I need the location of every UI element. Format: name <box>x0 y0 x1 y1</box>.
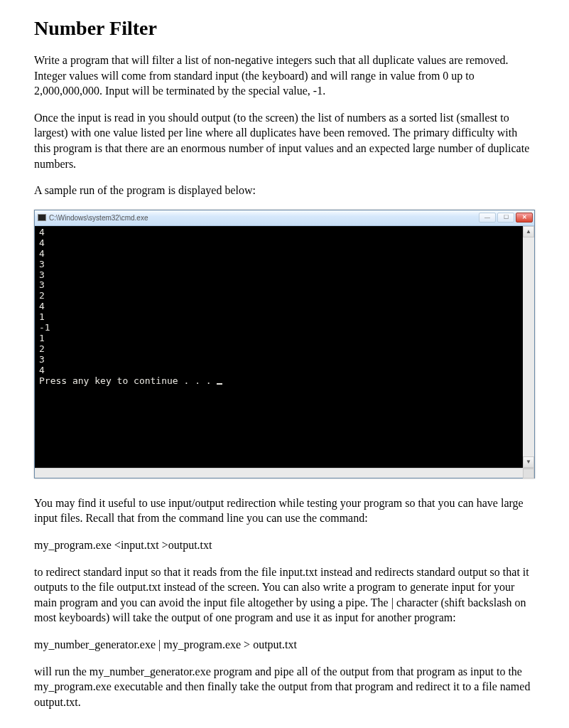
terminal-scrollbar[interactable]: ▲ ▼ <box>523 226 534 468</box>
terminal-line: 4 <box>39 301 45 311</box>
scroll-track[interactable] <box>523 237 534 456</box>
intro-paragraph-1: Write a program that will filter a list … <box>34 53 535 99</box>
terminal-app-icon <box>38 214 46 221</box>
terminal-bottom-scrollbar[interactable] <box>35 468 534 478</box>
terminal-line: 4 <box>39 248 45 259</box>
terminal-line: 4 <box>39 365 45 375</box>
terminal-line: Press any key to continue . . . <box>39 375 217 386</box>
intro-paragraph-2: Once the input is read in you should out… <box>34 110 535 171</box>
terminal-line: 3 <box>39 354 45 365</box>
terminal-title-bar: C:\Windows\system32\cmd.exe — ☐ ✕ <box>35 210 534 226</box>
close-button[interactable]: ✕ <box>516 213 533 223</box>
terminal-line: 2 <box>39 343 45 354</box>
page-title: Number Filter <box>34 17 535 40</box>
pipe-paragraph: to redirect standard input so that it re… <box>34 564 535 626</box>
terminal-body: 4 4 4 3 3 3 2 4 1 -1 1 2 3 4 Press any k… <box>35 226 523 468</box>
resize-grip[interactable] <box>523 469 534 478</box>
terminal-line: 3 <box>39 269 45 280</box>
terminal-line: 2 <box>39 290 45 301</box>
window-controls: — ☐ ✕ <box>479 213 533 223</box>
terminal-line: 4 <box>39 227 45 237</box>
maximize-button[interactable]: ☐ <box>497 213 514 223</box>
redirection-paragraph: You may find it useful to use input/outp… <box>34 496 535 526</box>
scroll-down-arrow[interactable]: ▼ <box>523 456 534 468</box>
terminal-line: -1 <box>39 322 50 333</box>
scroll-up-arrow[interactable]: ▲ <box>523 226 534 237</box>
minimize-button[interactable]: — <box>479 213 496 223</box>
terminal-line: 3 <box>39 279 45 290</box>
redirection-command: my_program.exe <input.txt >output.txt <box>34 537 535 553</box>
terminal-line: 4 <box>39 237 45 248</box>
terminal-title-text: C:\Windows\system32\cmd.exe <box>49 214 148 222</box>
pipe-command: my_number_generator.exe | my_program.exe… <box>34 637 535 653</box>
terminal-line: 3 <box>39 259 45 269</box>
sample-run-label: A sample run of the program is displayed… <box>34 183 535 198</box>
terminal-window: C:\Windows\system32\cmd.exe — ☐ ✕ 4 4 4 … <box>34 210 535 478</box>
terminal-cursor <box>217 383 222 385</box>
terminal-line: 1 <box>39 333 45 343</box>
pipe-explanation: will run the my_number_generator.exe pro… <box>34 664 535 710</box>
terminal-line: 1 <box>39 311 45 322</box>
